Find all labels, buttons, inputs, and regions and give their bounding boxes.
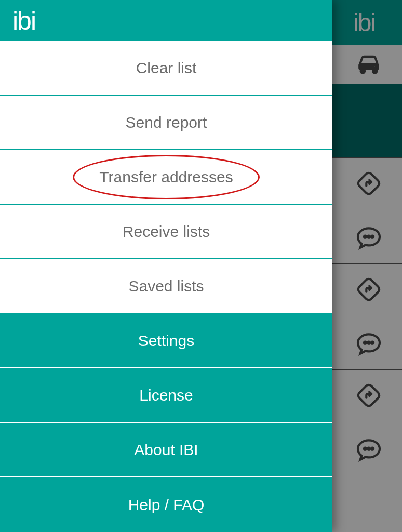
app-logo-text: ibi: [12, 8, 35, 34]
background-logo: ibi: [353, 8, 375, 37]
menu-item-label: License: [139, 387, 193, 404]
menu-item-clear-list[interactable]: Clear list: [0, 41, 332, 96]
menu-item-label: Send report: [126, 114, 207, 131]
menu-item-label: About IBI: [134, 441, 198, 459]
nav-diamond-icon: [354, 381, 383, 410]
svg-point-7: [368, 236, 370, 238]
svg-point-16: [371, 448, 373, 450]
nav-diamond-icon: [354, 275, 383, 304]
background-selected-block: [332, 84, 402, 157]
chat-bubble-icon: [354, 329, 383, 358]
menu-item-label: Clear list: [136, 59, 197, 77]
menu-item-saved-lists[interactable]: Saved lists: [0, 259, 332, 314]
svg-point-14: [364, 448, 366, 450]
menu-item-receive-lists[interactable]: Receive lists: [0, 205, 332, 259]
navigation-drawer: ibi Clear list Send report Transfer addr…: [0, 0, 332, 532]
drawer-header: ibi: [0, 0, 332, 41]
app-logo: ibi: [12, 8, 35, 34]
menu-item-transfer-addresses[interactable]: Transfer addresses: [0, 150, 332, 205]
svg-point-1: [361, 69, 365, 73]
svg-point-2: [373, 69, 377, 73]
menu-item-label: Transfer addresses: [99, 168, 233, 186]
svg-point-11: [368, 342, 370, 344]
svg-point-6: [364, 236, 366, 238]
menu-item-license[interactable]: License: [0, 368, 332, 423]
svg-point-8: [371, 236, 373, 238]
drawer-menu: Clear list Send report Transfer addresse…: [0, 41, 332, 532]
menu-item-send-report[interactable]: Send report: [0, 96, 332, 150]
chat-bubble-icon: [354, 223, 383, 252]
chat-bubble-icon: [354, 435, 383, 464]
car-icon: [354, 50, 383, 79]
menu-item-label: Settings: [138, 332, 194, 350]
svg-point-12: [371, 342, 373, 344]
svg-point-15: [368, 448, 370, 450]
svg-point-10: [364, 342, 366, 344]
menu-item-settings[interactable]: Settings: [0, 314, 332, 368]
menu-item-help-faq[interactable]: Help / FAQ: [0, 477, 332, 532]
menu-item-label: Receive lists: [123, 223, 210, 241]
svg-point-3: [361, 65, 364, 68]
nav-diamond-icon: [354, 169, 383, 198]
svg-point-4: [373, 65, 376, 68]
menu-item-about-ibi[interactable]: About IBI: [0, 423, 332, 477]
menu-item-label: Saved lists: [128, 277, 204, 295]
menu-item-label: Help / FAQ: [128, 496, 205, 514]
